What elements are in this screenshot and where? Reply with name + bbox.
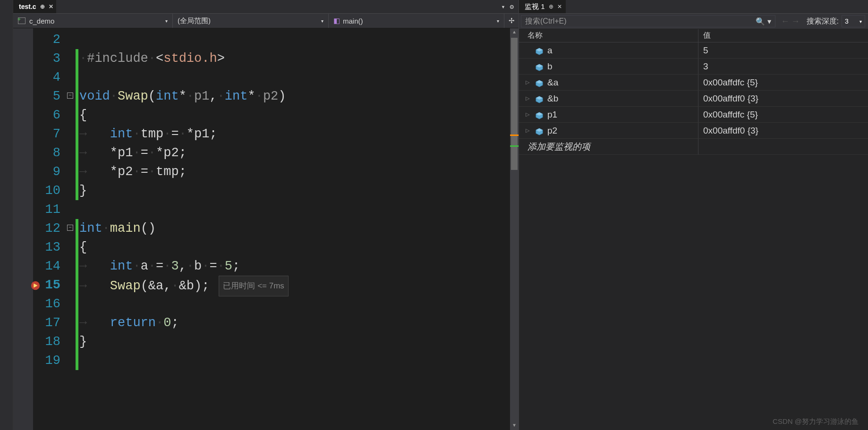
pin-icon[interactable]: ⊕	[40, 3, 45, 10]
project-icon	[18, 17, 26, 24]
line-number: 17	[33, 313, 60, 332]
prev-arrow-icon[interactable]: ←	[781, 17, 790, 26]
tab-dropdown-icon[interactable]: ▾	[501, 3, 505, 11]
code-line[interactable]: ·#include·<stdio.h>	[78, 49, 510, 68]
line-number: 2	[33, 30, 60, 49]
line-number: 12	[33, 219, 60, 238]
watch-var-value: 0x00affdf0 {3}	[698, 126, 868, 136]
code-line[interactable]: int·main()	[78, 219, 510, 238]
line-number: 6	[33, 106, 60, 125]
variable-icon	[535, 95, 544, 102]
watch-var-name: p1	[547, 110, 557, 120]
scroll-up-icon[interactable]: ▲	[510, 28, 519, 37]
navigation-bar: c_demo ▾ (全局范围) ▾ ◧ main() ▾ ✢	[13, 13, 519, 28]
depth-label: 搜索深度:	[804, 17, 842, 26]
line-number: 5	[33, 87, 60, 106]
code-editor[interactable]: 2345678910111213141516171819 − − ·#inclu…	[13, 28, 519, 430]
code-line[interactable]: void·Swap(int*·p1,·int*·p2)	[78, 87, 510, 106]
scrollbar-thumb[interactable]	[511, 38, 518, 170]
watch-var-value: 5	[698, 45, 868, 56]
expand-icon[interactable]: ▷	[526, 127, 532, 134]
watch-row[interactable]: a5	[519, 42, 868, 59]
code-folding-gutter[interactable]: − −	[66, 28, 76, 430]
watch-var-value: 3	[698, 61, 868, 72]
watch-row[interactable]: ▷p10x00affdfc {5}	[519, 107, 868, 123]
watch-tab-bar: 监视 1 ⊕ ✕	[519, 0, 868, 13]
code-content[interactable]: ·#include·<stdio.h>void·Swap(int*·p1,·in…	[78, 28, 510, 430]
watch-var-name: a	[547, 45, 553, 56]
fold-toggle[interactable]: −	[67, 225, 73, 231]
code-line[interactable]: {	[78, 106, 510, 125]
scroll-down-icon[interactable]: ▼	[510, 422, 519, 430]
chevron-down-icon: ▾	[165, 18, 168, 24]
split-plus-button[interactable]: ✢	[504, 14, 519, 28]
search-input[interactable]: 搜索(Ctrl+E) 🔍 ▾	[521, 15, 775, 27]
expand-icon[interactable]: ▷	[526, 95, 532, 101]
column-value[interactable]: 值	[698, 31, 868, 41]
watermark: CSDN @努力学习游泳的鱼	[773, 417, 859, 426]
line-number: 14	[33, 257, 60, 276]
fold-toggle[interactable]: −	[67, 93, 73, 99]
close-icon[interactable]: ✕	[49, 3, 53, 10]
code-line[interactable]: → return·0;	[78, 313, 510, 332]
line-number: 18	[33, 332, 60, 351]
column-name[interactable]: 名称	[519, 29, 698, 42]
watch-row[interactable]: ▷&a0x00affdfc {5}	[519, 75, 868, 91]
watch-var-name: p2	[547, 126, 557, 136]
expand-icon[interactable]: ▷	[526, 111, 532, 118]
code-line[interactable]: → *p1·=·*p2;	[78, 143, 510, 162]
line-number: 16	[33, 295, 60, 313]
close-icon[interactable]: ✕	[557, 3, 562, 10]
code-line[interactable]: → int·a·=·3,·b·=·5;	[78, 257, 510, 276]
next-arrow-icon[interactable]: →	[791, 17, 800, 26]
code-line[interactable]	[78, 30, 510, 49]
pin-icon[interactable]: ⊕	[549, 3, 553, 10]
expand-icon[interactable]: ▷	[526, 79, 532, 85]
line-number: 13	[33, 238, 60, 257]
code-line[interactable]: }	[78, 181, 510, 200]
watch-columns-header: 名称 值	[519, 29, 868, 42]
watch-row[interactable]: ▷p20x00affdf0 {3}	[519, 123, 868, 139]
collapsed-side-panel[interactable]	[0, 0, 13, 430]
code-line[interactable]	[78, 351, 510, 370]
depth-value: 3	[845, 17, 849, 25]
chevron-down-icon: ▾	[321, 18, 323, 24]
scope-label: (全局范围)	[178, 17, 211, 25]
watch-tab[interactable]: 监视 1 ⊕ ✕	[519, 0, 566, 13]
search-icon[interactable]: 🔍 ▾	[756, 17, 771, 26]
file-tab[interactable]: test.c ⊕ ✕	[13, 0, 56, 13]
vertical-scrollbar[interactable]: ▲ ▼	[510, 28, 519, 430]
code-line[interactable]: → int·tmp·=·*p1;	[78, 125, 510, 143]
document-tab-bar: test.c ⊕ ✕ ▾ ⚙	[13, 0, 519, 13]
depth-select[interactable]: 3 ▾	[842, 15, 865, 27]
variable-icon	[535, 47, 544, 54]
watch-var-name: &a	[547, 77, 558, 88]
watch-toolbar: 搜索(Ctrl+E) 🔍 ▾ ← → 搜索深度: 3 ▾	[519, 13, 868, 29]
code-line[interactable]: → *p2·=·tmp;	[78, 162, 510, 181]
line-number: 19	[33, 351, 60, 370]
project-dropdown[interactable]: c_demo ▾	[13, 14, 173, 28]
code-line[interactable]: {	[78, 238, 510, 257]
watch-row[interactable]: ▷&b0x00affdf0 {3}	[519, 91, 868, 107]
code-line[interactable]	[78, 295, 510, 313]
line-number-gutter: 2345678910111213141516171819	[33, 28, 66, 430]
code-line[interactable]: → Swap(&a,·&b);已用时间 <= 7ms	[78, 276, 510, 295]
line-number: 9	[33, 162, 60, 181]
file-tab-label: test.c	[19, 3, 36, 10]
function-dropdown[interactable]: ◧ main() ▾	[329, 14, 504, 28]
add-watch-item[interactable]: 添加要监视的项	[519, 139, 868, 155]
watch-rows: a5b3▷&a0x00affdfc {5}▷&b0x00affdf0 {3}▷p…	[519, 42, 868, 155]
project-label: c_demo	[29, 17, 54, 25]
watch-tab-label: 监视 1	[525, 2, 545, 11]
perf-tip[interactable]: 已用时间 <= 7ms	[219, 276, 288, 296]
watch-var-name: b	[547, 61, 553, 72]
gear-icon[interactable]: ⚙	[510, 3, 514, 11]
code-line[interactable]	[78, 200, 510, 219]
code-line[interactable]	[78, 68, 510, 87]
code-line[interactable]: }	[78, 332, 510, 351]
watch-row[interactable]: b3	[519, 59, 868, 75]
breakpoint-margin[interactable]	[13, 28, 33, 430]
variable-icon	[535, 63, 544, 70]
scope-dropdown[interactable]: (全局范围) ▾	[173, 14, 329, 28]
execution-pointer-icon	[30, 280, 41, 291]
